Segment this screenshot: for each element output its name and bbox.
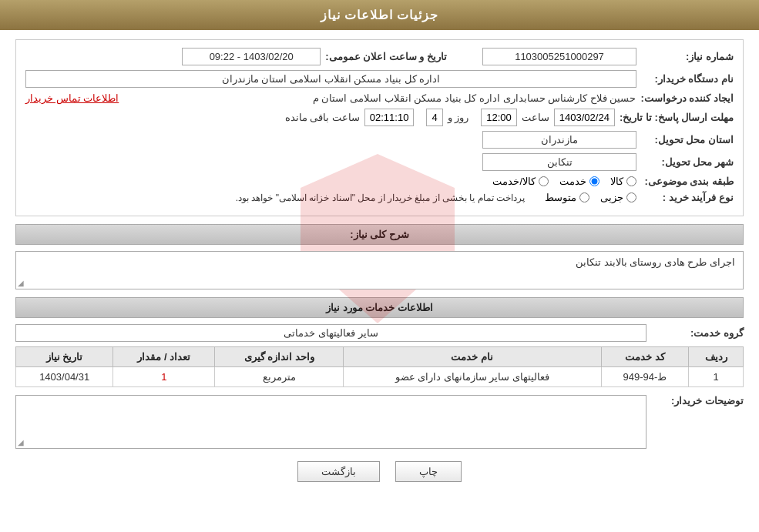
buyer-value: اداره کل بنیاد مسکن انقلاب اسلامی استان …	[25, 70, 636, 88]
row-need-number: شماره نیاز: 1103005251000297 تاریخ و ساع…	[25, 48, 734, 65]
col-header-qty: تعداد / مقدار	[113, 347, 215, 367]
category-radio-kala-khadamat: کالا/خدمت	[492, 176, 549, 187]
category-radio-kala-khadamat-input[interactable]	[539, 176, 549, 186]
deadline-date: 1403/02/24	[554, 109, 615, 126]
category-khadamat-label: خدمت	[559, 176, 586, 187]
creator-link[interactable]: اطلاعات تماس خریدار	[25, 92, 119, 104]
resize-handle-icon: ◢	[18, 279, 24, 287]
deadline-days-label: روز و	[448, 112, 469, 123]
deadline-remaining-label: ساعت باقی مانده	[285, 112, 360, 123]
need-number-label: شماره نیاز:	[641, 51, 734, 62]
service-table: ردیف کد خدمت نام خدمت واحد اندازه گیری ت…	[15, 346, 744, 387]
category-radio-kala-input[interactable]	[626, 176, 636, 186]
table-header-row: ردیف کد خدمت نام خدمت واحد اندازه گیری ت…	[16, 347, 744, 367]
service-group-row: گروه خدمت: سایر فعالیتهای خدماتی	[15, 324, 744, 342]
date-label: تاریخ و ساعت اعلان عمومی:	[325, 51, 447, 62]
purchase-type-jozi-input[interactable]	[626, 192, 636, 202]
category-radio-khadamat: خدمت	[559, 176, 599, 187]
service-group-value: سایر فعالیتهای خدماتی	[15, 324, 646, 342]
date-value: 1403/02/20 - 09:22	[182, 48, 321, 65]
content-area: شماره نیاز: 1103005251000297 تاریخ و ساع…	[0, 30, 759, 504]
deadline-label: مهلت ارسال پاسخ: تا تاریخ:	[620, 112, 734, 123]
deadline-remaining: 02:11:10	[364, 109, 415, 126]
cell-qty: 1	[113, 367, 215, 387]
col-header-unit: واحد اندازه گیری	[215, 347, 344, 367]
page-wrapper: جزئیات اطلاعات نیاز شماره نیاز: 11030052…	[0, 0, 759, 532]
col-header-date: تاریخ نیاز	[16, 347, 113, 367]
cell-name: فعالیتهای سایر سازمانهای دارای عضو	[343, 367, 601, 387]
buyer-label: نام دستگاه خریدار:	[641, 73, 734, 85]
province-value: مازندران	[482, 131, 636, 149]
page-title: جزئیات اطلاعات نیاز	[321, 8, 439, 22]
cell-date: 1403/04/31	[16, 367, 113, 387]
category-radio-khadamat-input[interactable]	[589, 176, 599, 186]
cell-code: ط-94-949	[601, 367, 689, 387]
col-header-row: ردیف	[689, 347, 744, 367]
purchase-type-motevaset-input[interactable]	[579, 192, 589, 202]
purchase-type-radio-group: جزیی متوسط	[545, 192, 636, 203]
purchase-type-motevaset-label: متوسط	[545, 192, 576, 203]
cell-row: 1	[689, 367, 744, 387]
city-value: تنکابن	[482, 153, 636, 171]
description-row: اجرای طرح هادی روستای بالابند تنکابن ◢	[15, 251, 744, 289]
col-header-code: کد خدمت	[601, 347, 689, 367]
purchase-type-label: نوع فرآیند خرید :	[641, 192, 734, 203]
service-group-label: گروه خدمت:	[651, 327, 744, 339]
page-header: جزئیات اطلاعات نیاز	[0, 0, 759, 30]
back-button[interactable]: بازگشت	[297, 461, 380, 482]
row-deadline: مهلت ارسال پاسخ: تا تاریخ: 1403/02/24 سا…	[25, 109, 734, 126]
category-radio-group: کالا خدمت کالا/خدمت	[492, 176, 636, 187]
button-row: چاپ بازگشت	[15, 461, 744, 482]
category-kala-khadamat-label: کالا/خدمت	[492, 176, 536, 187]
table-row: 1 ط-94-949 فعالیتهای سایر سازمانهای دارا…	[16, 367, 744, 387]
row-province: استان محل تحویل: مازندران	[25, 131, 734, 149]
description-value: اجرای طرح هادی روستای بالابند تنکابن	[576, 256, 735, 268]
notes-resize-handle-icon: ◢	[18, 438, 24, 447]
buyer-notes-label: توضیحات خریدار:	[651, 395, 744, 407]
print-button[interactable]: چاپ	[395, 461, 462, 482]
purchase-type-jozi: جزیی	[600, 192, 636, 203]
deadline-time-label: ساعت	[522, 112, 549, 123]
deadline-time: 12:00	[481, 109, 517, 126]
deadline-days: 4	[426, 109, 442, 126]
purchase-type-motevaset: متوسط	[545, 192, 589, 203]
city-label: شهر محل تحویل:	[641, 156, 734, 168]
col-header-name: نام خدمت	[343, 347, 601, 367]
province-label: استان محل تحویل:	[641, 134, 734, 146]
purchase-type-jozi-label: جزیی	[600, 192, 623, 203]
cell-unit: مترمربع	[215, 367, 344, 387]
buyer-notes-row: توضیحات خریدار: ◢	[15, 395, 744, 449]
row-creator: ایجاد کننده درخواست: حسین فلاح کارشناس ح…	[25, 92, 734, 104]
buyer-notes-box: ◢	[15, 395, 646, 449]
description-box: اجرای طرح هادی روستای بالابند تنکابن ◢	[15, 251, 744, 289]
creator-label: ایجاد کننده درخواست:	[640, 92, 734, 104]
creator-name: حسین فلاح کارشناس حسابداری اداره کل بنیا…	[123, 92, 636, 104]
category-radio-kala: کالا	[610, 176, 636, 187]
need-number-value: 1103005251000297	[482, 48, 636, 65]
category-kala-label: کالا	[610, 176, 623, 187]
category-label: طبقه بندی موضوعی:	[641, 176, 734, 187]
row-buyer: نام دستگاه خریدار: اداره کل بنیاد مسکن ا…	[25, 70, 734, 88]
